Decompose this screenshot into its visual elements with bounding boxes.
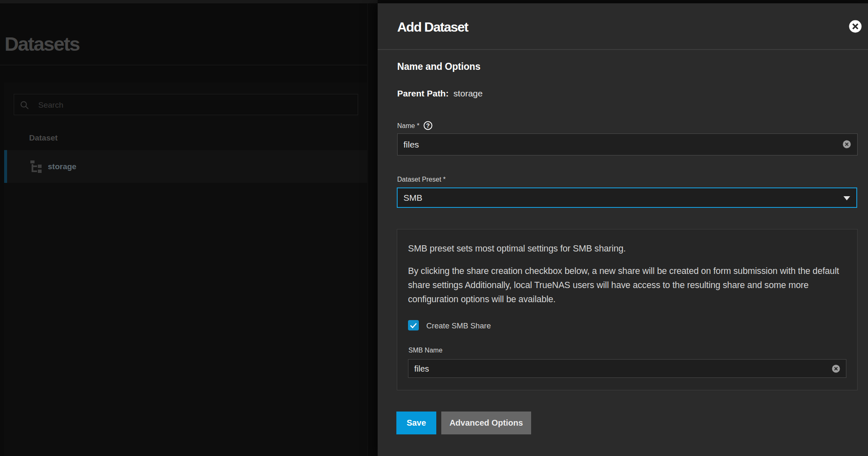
svg-text:?: ?	[426, 122, 430, 129]
